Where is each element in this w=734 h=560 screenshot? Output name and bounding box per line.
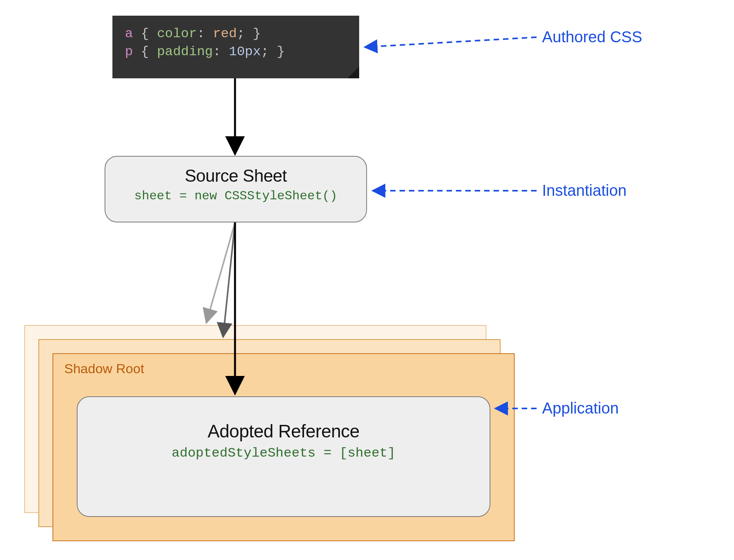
code-property: color bbox=[157, 26, 197, 41]
adopted-reference-box: Adopted Reference adoptedStyleSheets = [… bbox=[77, 396, 490, 517]
code-colon: : bbox=[197, 26, 205, 41]
annotation-application: Application bbox=[542, 399, 619, 417]
code-property: padding bbox=[157, 44, 213, 59]
authored-css-block: a { color: red; } p { padding: 10px; } bbox=[112, 16, 359, 78]
arrow-source-to-sr2 bbox=[223, 222, 235, 335]
code-colon: : bbox=[213, 44, 221, 59]
code-brace: } bbox=[253, 26, 261, 41]
adopted-title: Adopted Reference bbox=[78, 421, 490, 442]
code-brace: { bbox=[141, 44, 149, 59]
code-value: 10px bbox=[229, 44, 261, 59]
source-sheet-code: sheet = new CSSStyleSheet() bbox=[105, 189, 366, 203]
shadow-root-label: Shadow Root bbox=[64, 361, 503, 376]
code-selector: a bbox=[125, 26, 133, 41]
annotation-instantiation: Instantiation bbox=[542, 182, 627, 199]
source-sheet-box: Source Sheet sheet = new CSSStyleSheet() bbox=[105, 156, 367, 222]
code-line-2: p { padding: 10px; } bbox=[125, 43, 347, 61]
code-line-1: a { color: red; } bbox=[125, 25, 347, 43]
diagram-canvas: a { color: red; } p { padding: 10px; } S… bbox=[0, 0, 734, 560]
code-selector: p bbox=[125, 44, 133, 59]
dogear-icon bbox=[347, 67, 359, 78]
code-brace: { bbox=[141, 26, 149, 41]
code-brace: } bbox=[277, 44, 285, 59]
annotation-authored-css: Authored CSS bbox=[542, 28, 642, 46]
shadow-root-box-front: Shadow Root Adopted Reference adoptedSty… bbox=[52, 353, 515, 541]
source-sheet-title: Source Sheet bbox=[105, 166, 366, 186]
code-value: red bbox=[213, 26, 237, 41]
code-semicolon: ; bbox=[237, 26, 245, 41]
adopted-code: adoptedStyleSheets = [sheet] bbox=[78, 446, 490, 461]
annotation-arrow-authored bbox=[366, 37, 537, 47]
arrow-source-to-sr3 bbox=[207, 222, 235, 321]
code-semicolon: ; bbox=[261, 44, 269, 59]
